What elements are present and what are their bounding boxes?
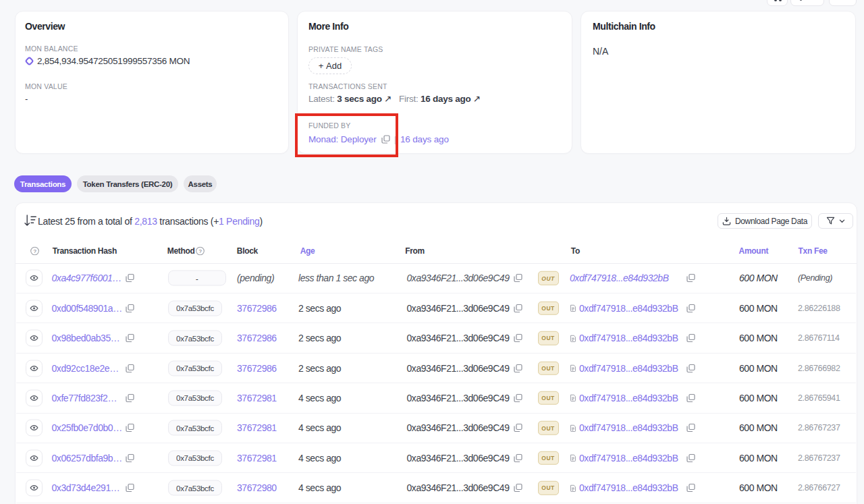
svg-text:?: ? xyxy=(33,248,36,254)
svg-text:?: ? xyxy=(199,248,202,254)
